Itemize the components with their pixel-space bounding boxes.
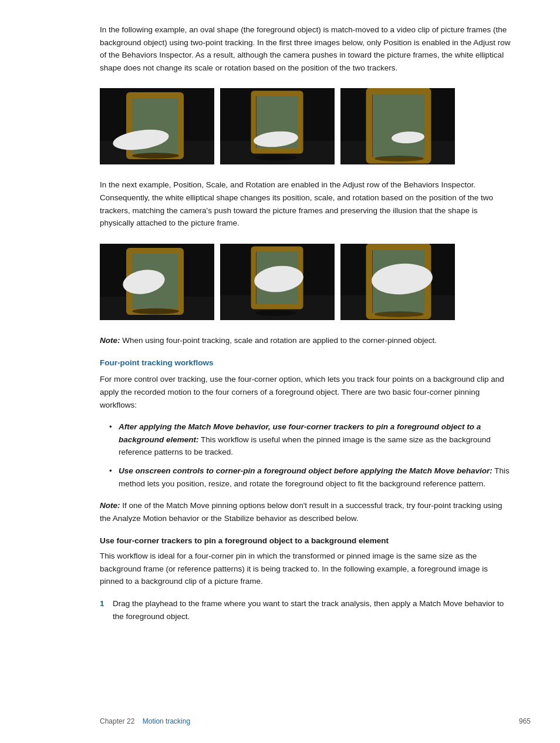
bullet-item-1: After applying the Match Move behavior, … (109, 421, 513, 459)
body-paragraph-1: In the following example, an oval shape … (100, 23, 513, 74)
image-row-2 (100, 244, 513, 320)
footer-chapter: Chapter 22 Motion tracking (100, 717, 190, 725)
note-1-text: When using four-point tracking, scale an… (120, 336, 437, 345)
frame-image-1a (100, 88, 214, 164)
frame-image-2b (220, 244, 335, 320)
footer-chapter-link: Motion tracking (143, 717, 190, 725)
footer-chapter-label: Chapter 22 (100, 717, 134, 725)
numbered-item-1-text: Drag the playhead to the frame where you… (113, 597, 513, 623)
subsection-heading: Use four-corner trackers to pin a foregr… (100, 536, 513, 545)
note-2-label: Note: (100, 501, 120, 510)
bullet-2-italic: Use onscreen controls to corner-pin a fo… (119, 466, 492, 475)
section-intro: For more control over tracking, use the … (100, 373, 513, 411)
subsection-intro: This workflow is ideal for a four-corner… (100, 550, 513, 588)
note-1: Note: When using four-point tracking, sc… (100, 334, 513, 347)
svg-point-37 (375, 311, 424, 317)
svg-point-7 (132, 153, 179, 159)
svg-point-25 (132, 308, 179, 314)
svg-rect-16 (373, 93, 426, 157)
numbered-list: 1 Drag the playhead to the frame where y… (100, 597, 513, 623)
body-paragraph-2: In the next example, Position, Scale, an… (100, 179, 513, 229)
frame-image-2a (100, 244, 214, 320)
image-row-1 (100, 88, 513, 164)
svg-point-13 (255, 154, 296, 160)
num-label-1: 1 (100, 597, 108, 623)
note-1-label: Note: (100, 336, 120, 345)
note-2: Note: If one of the Match Move pinning o… (100, 499, 513, 525)
frame-image-2c (340, 244, 455, 320)
bullet-item-2: Use onscreen controls to corner-pin a fo… (109, 465, 513, 490)
footer: Chapter 22 Motion tracking 965 (0, 717, 560, 725)
note-2-text: If one of the Match Move pinning options… (100, 501, 502, 523)
numbered-item-1: 1 Drag the playhead to the frame where y… (100, 597, 513, 623)
page: In the following example, an oval shape … (0, 0, 560, 743)
svg-point-31 (255, 310, 296, 316)
bullet-list: After applying the Match Move behavior, … (100, 421, 513, 490)
section-heading: Four-point tracking workflows (100, 358, 513, 367)
frame-image-1b (220, 88, 335, 164)
frame-image-1c (340, 88, 455, 164)
footer-page-number: 965 (519, 717, 531, 725)
svg-point-19 (375, 156, 424, 162)
